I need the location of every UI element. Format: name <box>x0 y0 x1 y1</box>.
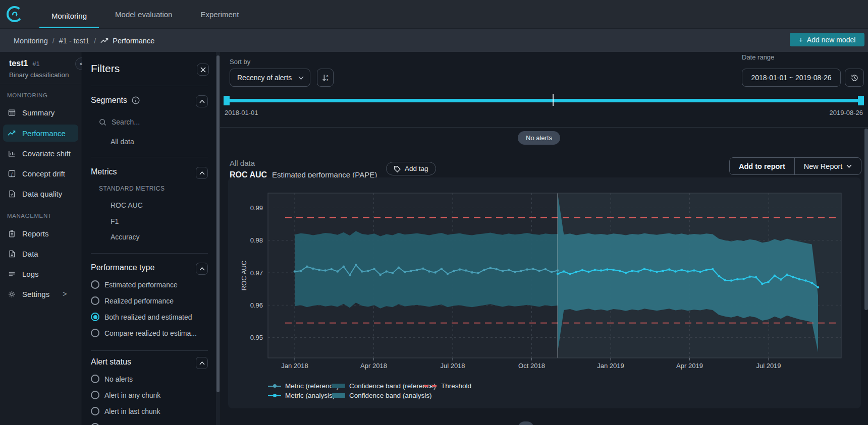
breadcrumb-performance[interactable]: Performance <box>100 37 154 45</box>
alert-status-header: Alert status <box>91 357 131 367</box>
breadcrumb: Monitoring / #1 - test1 / Performance <box>14 37 154 45</box>
date-range-label: Date range <box>742 53 774 61</box>
slider-end-label: 2019-08-26 <box>830 109 863 116</box>
model-id: #1 <box>32 60 39 68</box>
slider-handle-left[interactable] <box>224 96 230 105</box>
sidebar-item-concept-drift[interactable]: f Concept drift <box>3 165 78 182</box>
svg-text:Oct 2018: Oct 2018 <box>518 362 545 370</box>
new-report-button[interactable]: New Report <box>795 158 861 174</box>
sidebar-item-performance[interactable]: Performance <box>3 125 78 142</box>
svg-text:Jul 2019: Jul 2019 <box>756 362 781 370</box>
breadcrumb-model[interactable]: #1 - test1 <box>59 37 89 45</box>
no-alerts-badge: No alerts <box>518 131 560 145</box>
filters-close-button[interactable] <box>197 64 209 76</box>
svg-text:0.96: 0.96 <box>250 301 263 309</box>
filters-divider <box>91 253 208 254</box>
metric-item-accuracy[interactable]: Accuracy <box>111 233 140 241</box>
tab-model-evaluation[interactable]: Model evaluation <box>103 10 184 28</box>
info-icon[interactable] <box>132 96 140 104</box>
file-icon <box>8 250 16 258</box>
model-type: Binary classification <box>9 71 69 79</box>
add-to-report-button[interactable]: Add to report <box>730 158 794 174</box>
main-scrollbar-thumb[interactable] <box>864 129 868 310</box>
list-lines-icon <box>8 270 16 278</box>
sidebar-item-summary[interactable]: Summary <box>3 104 78 121</box>
brand-logo-icon <box>6 5 24 23</box>
add-tag-button[interactable]: Add tag <box>386 162 436 175</box>
metric-item-f1[interactable]: F1 <box>111 217 119 225</box>
filters-divider <box>91 157 208 157</box>
legend-threshold[interactable]: Threshold <box>424 382 471 390</box>
tab-experiment[interactable]: Experiment <box>188 10 251 28</box>
performance-chart-plot[interactable]: 0.990.980.970.960.95Jan 2018Apr 2018Jul … <box>228 177 861 379</box>
segments-search-input[interactable] <box>112 118 187 126</box>
alert-status-collapse-button[interactable] <box>196 357 208 369</box>
legend-band-reference[interactable]: Confidence band (reference) <box>332 382 436 390</box>
sidebar-item-settings[interactable]: Settings > <box>3 285 78 302</box>
segments-header: Segments <box>91 96 140 105</box>
legend-band-analysis[interactable]: Confidence band (analysis) <box>332 392 432 399</box>
radio-alert-clipped[interactable] <box>91 423 104 425</box>
sort-az-icon: az <box>321 74 330 82</box>
radio-icon <box>91 423 99 425</box>
filters-scrollbar-thumb[interactable] <box>216 55 220 392</box>
filters-title: Filters <box>91 63 120 75</box>
function-icon: f <box>8 169 16 178</box>
band-analysis-swatch <box>332 393 345 398</box>
svg-text:f: f <box>11 171 13 176</box>
radio-icon <box>91 329 99 337</box>
sidebar-item-reports[interactable]: Reports <box>3 225 78 242</box>
radio-realized-performance[interactable]: Realized performance <box>91 296 174 305</box>
sort-dropdown[interactable]: Recency of alerts <box>230 69 310 87</box>
sidebar-item-logs[interactable]: Logs <box>3 265 78 282</box>
radio-compare-realized[interactable]: Compare realized to estima... <box>91 329 197 337</box>
app-logo[interactable] <box>0 0 39 28</box>
radio-alert-any-chunk[interactable]: Alert in any chunk <box>91 391 160 399</box>
add-new-model-button[interactable]: + Add new model <box>790 33 864 46</box>
svg-text:Jul 2018: Jul 2018 <box>440 362 465 370</box>
svg-text:0.95: 0.95 <box>250 334 263 341</box>
band-reference-swatch <box>332 384 345 388</box>
date-range-input[interactable] <box>742 69 841 87</box>
slider-start-label: 2018-01-01 <box>225 109 258 116</box>
metric-reference-swatch <box>268 386 281 387</box>
metrics-group-label: STANDARD METRICS <box>99 185 165 192</box>
filters-divider <box>91 350 208 351</box>
radio-no-alerts[interactable]: No alerts <box>91 375 133 383</box>
metrics-header: Metrics <box>91 167 117 176</box>
performance-type-collapse-button[interactable] <box>196 263 208 275</box>
top-nav: Monitoring Model evaluation Experiment <box>0 0 868 29</box>
sidebar-section-monitoring: MONITORING <box>7 92 48 98</box>
sidebar-item-covariate-shift[interactable]: Covariate shift <box>3 145 78 162</box>
metrics-collapse-button[interactable] <box>196 167 208 179</box>
radio-both-realized-estimated[interactable]: Both realized and estimated <box>91 313 192 321</box>
svg-text:0.97: 0.97 <box>250 269 263 277</box>
segment-item-all-data[interactable]: All data <box>111 138 134 146</box>
legend-metric-reference[interactable]: Metric (reference) <box>268 382 339 390</box>
radio-estimated-performance[interactable]: Estimated performance <box>91 280 178 289</box>
date-reset-button[interactable] <box>845 69 864 87</box>
radio-alert-last-chunk[interactable]: Alert in last chunk <box>91 407 160 415</box>
breadcrumb-monitoring[interactable]: Monitoring <box>14 37 48 45</box>
slider-mid-tick <box>553 94 554 106</box>
chevron-up-icon <box>199 100 205 103</box>
gear-icon <box>8 290 16 298</box>
sidebar-item-data[interactable]: Data <box>3 245 78 262</box>
close-icon <box>200 67 206 73</box>
sidebar-item-data-quality[interactable]: Data quality <box>3 185 78 202</box>
svg-text:z: z <box>326 78 328 81</box>
clipboard-icon <box>8 229 16 238</box>
tab-monitoring[interactable]: Monitoring <box>39 12 99 28</box>
date-range-slider[interactable] <box>227 99 864 102</box>
slider-handle-right[interactable] <box>858 96 864 105</box>
radio-icon <box>91 313 99 321</box>
legend-metric-analysis[interactable]: Metric (analysis) <box>268 392 335 399</box>
metric-item-roc-auc[interactable]: ROC AUC <box>111 201 143 209</box>
segments-search[interactable] <box>99 118 187 126</box>
chart-paper: 0.990.980.970.960.95Jan 2018Apr 2018Jul … <box>228 177 861 408</box>
segments-collapse-button[interactable] <box>196 95 208 107</box>
sort-direction-button[interactable]: az <box>317 69 334 87</box>
sort-by-label: Sort by <box>230 58 250 66</box>
radio-icon <box>91 375 99 383</box>
filters-divider <box>91 86 208 86</box>
